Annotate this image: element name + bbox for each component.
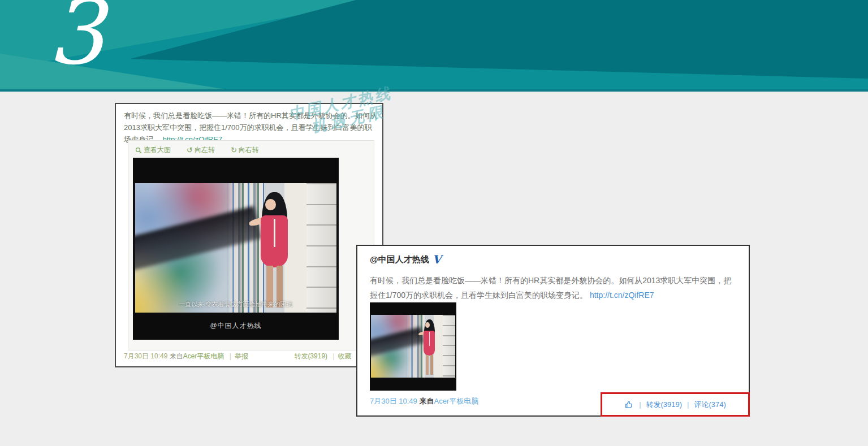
girl-face [265, 199, 276, 211]
separator: | [639, 400, 641, 409]
post-text: 有时候，我们总是看脸吃饭——米错！所有的HR其实都是外貌协会的。如何从2013求… [370, 273, 737, 302]
comment-link[interactable]: 评论(374) [694, 400, 726, 410]
girl-leg [426, 355, 429, 375]
girl-red-dress [424, 331, 435, 356]
video-thumbnail[interactable] [370, 302, 456, 391]
image-box: 查看大图 ↺ 向左转 ↻ 向右转 [128, 140, 374, 350]
separator: | [332, 352, 334, 360]
separator: | [687, 400, 689, 409]
section-number: 3 [47, 0, 105, 77]
post-body-text: 有时候，我们总是看脸吃饭——米错！所有的HR其实都是外貌协会的。如何从2013求… [124, 111, 377, 144]
video-still-large[interactable]: 一直以来 穿衣着装这方面给她带来的困扰 @中国人才热线 [133, 158, 339, 340]
page: 3 中国人才热线 机遇无限 有时候，我们总是看脸吃饭——米错！所有的HR其实都是… [0, 0, 868, 446]
rotate-right-icon: ↻ [231, 147, 237, 154]
source-link[interactable]: Acer平板电脑 [183, 352, 224, 360]
video-caption: @中国人才热线 [210, 321, 261, 331]
post-body-text: 有时候，我们总是看脸吃饭——米错！所有的HR其实都是外貌协会的。如何从2013求… [370, 276, 731, 300]
separator: | [230, 352, 231, 360]
post-link[interactable]: http://t.cn/zQifRE7 [590, 291, 654, 300]
video-photo-area [371, 315, 456, 378]
magnifier-icon [135, 147, 142, 154]
highlight-box: | 转发(3919) | 评论(374) [601, 392, 750, 417]
post-meta-row: 7月30日 10:49 来自Acer平板电脑 |举报 转发(3919) |收藏 … [124, 352, 375, 361]
repost-link[interactable]: 转发(3919) [646, 400, 683, 410]
rotate-left-label: 向左转 [195, 145, 215, 155]
bookshelf-right [443, 315, 455, 378]
weibo-post-callout: @中国人才热线 V 有时候，我们总是看脸吃饭——米错！所有的HR其实都是外貌协会… [356, 245, 750, 417]
thumb-up-icon[interactable] [624, 400, 634, 409]
rotate-left-button[interactable]: ↺ 向左转 [187, 145, 215, 155]
section-banner: 3 [0, 0, 868, 92]
source-link[interactable]: Acer平板电脑 [434, 397, 478, 405]
verified-icon: V [433, 254, 442, 265]
girl-red-dress [261, 215, 288, 267]
video-subtitle: 一直以来 穿衣着装这方面给她带来的困扰 [135, 300, 337, 309]
view-large-label: 查看大图 [144, 145, 171, 155]
letterbox-bottom [370, 378, 456, 391]
letterbox-bottom: @中国人才热线 [133, 313, 339, 340]
view-large-button[interactable]: 查看大图 [135, 145, 171, 155]
letterbox-top [370, 302, 456, 315]
rotate-right-button[interactable]: ↻ 向右转 [231, 145, 259, 155]
bookshelf-right [306, 183, 337, 313]
report-link[interactable]: 举报 [235, 352, 248, 360]
post-meta-row: 7月30日 10:49 来自Acer平板电脑 [370, 396, 478, 406]
account-name[interactable]: @中国人才热线 [370, 254, 429, 265]
account-header: @中国人才热线 V [370, 254, 441, 265]
girl-leg [430, 355, 433, 375]
post-date[interactable]: 7月30日 10:49 [370, 397, 417, 405]
rotate-left-icon: ↺ [187, 147, 193, 154]
video-photo-area: 一直以来 穿衣着装这方面给她带来的困扰 [135, 183, 337, 313]
post-date[interactable]: 7月30日 10:49 [124, 352, 167, 360]
from-label: 来自 [419, 397, 434, 405]
letterbox-top [133, 158, 339, 183]
image-toolbar: 查看大图 ↺ 向左转 ↻ 向右转 [135, 145, 259, 155]
meta-left: 7月30日 10:49 来自Acer平板电脑 |举报 [124, 352, 248, 361]
weibo-post-screenshot-large: 有时候，我们总是看脸吃饭——米错！所有的HR其实都是外貌协会的。如何从2013求… [115, 103, 383, 367]
repost-link[interactable]: 转发(3919) [294, 352, 327, 360]
from-label: 来自 [170, 352, 183, 360]
rotate-right-label: 向右转 [239, 145, 259, 155]
favorite-link[interactable]: 收藏 [338, 352, 352, 360]
